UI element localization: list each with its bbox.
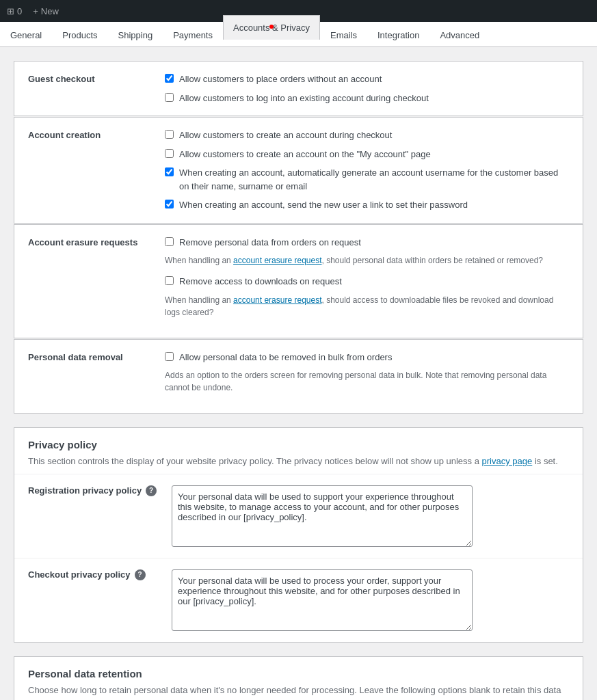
checkout-privacy-help-icon[interactable]: ? [135,569,146,580]
tab-indicator [269,25,274,29]
checkout-privacy-row: Checkout privacy policy ? Your personal … [14,558,583,642]
registration-privacy-row: Registration privacy policy ? Your perso… [14,474,583,558]
guest-checkout-row: Guest checkout Allow customers to place … [14,62,583,116]
guest-checkout-content: Allow customers to place orders without … [165,72,569,105]
personal-data-removal-help: Adds an option to the orders screen for … [165,369,569,394]
personal-data-removal-section: Personal data removal Allow personal dat… [14,339,583,414]
account-creation-option-4: When creating an account, send the new u… [165,198,569,212]
create-myaccount-checkbox[interactable] [165,149,174,158]
privacy-page-link[interactable]: privacy page [482,456,533,466]
checkout-privacy-label: Checkout privacy policy [28,569,131,580]
personal-data-removal-label: Personal data removal [28,351,151,362]
send-password-label[interactable]: When creating an account, send the new u… [179,198,468,212]
personal-data-retention-section: Personal data retention Choose how long … [14,656,583,701]
new-label: New [41,6,59,16]
account-creation-option-2: Allow customers to create an account on … [165,148,569,161]
privacy-policy-title: Privacy policy [28,439,569,450]
privacy-policy-heading: Privacy policy This section controls the… [14,428,583,474]
account-erasure-link-2[interactable]: account erasure request [233,295,321,305]
tab-advanced[interactable]: Advanced [429,23,490,47]
privacy-policy-description: This section controls the display of you… [28,455,569,468]
tab-integration[interactable]: Integration [367,23,429,47]
remove-downloads-label[interactable]: Remove access to downloads on request [179,275,342,288]
registration-privacy-label-wrap: Registration privacy policy ? [28,485,165,496]
create-myaccount-label[interactable]: Allow customers to create an account on … [179,148,431,161]
send-password-checkbox[interactable] [165,200,174,208]
account-erasure-option-2: Remove access to downloads on request [165,275,569,288]
auto-username-label[interactable]: When creating an account, automatically … [179,166,569,193]
allow-login-label[interactable]: Allow customers to log into an existing … [179,92,429,105]
tab-general[interactable]: General [0,23,52,47]
tab-wrapper-accounts-privacy: Accounts & Privacy [223,22,320,46]
account-creation-section: Account creation Allow customers to crea… [14,117,583,224]
tab-payments[interactable]: Payments [163,23,223,47]
tab-products[interactable]: Products [52,23,107,47]
tab-navigation: General Products Shipping Payments Accou… [0,22,597,47]
tab-shipping[interactable]: Shipping [108,23,163,47]
account-erasure-section: Account erasure requests Remove personal… [14,224,583,338]
main-content: Guest checkout Allow customers to place … [0,47,597,700]
account-erasure-row: Account erasure requests Remove personal… [14,225,583,338]
retention-heading-title: Personal data retention [28,668,569,679]
account-erasure-option-1: Remove personal data from orders on requ… [165,236,569,250]
personal-data-removal-content: Allow personal data to be removed in bul… [165,351,569,403]
account-creation-option-1: Allow customers to create an account dur… [165,129,569,142]
remove-orders-help: When handling an account erasure request… [165,254,569,267]
account-creation-option-3: When creating an account, automatically … [165,166,569,193]
personal-data-retention-heading: Personal data retention Choose how long … [14,657,583,701]
checkout-privacy-label-wrap: Checkout privacy policy ? [28,569,165,580]
privacy-policy-section: Privacy policy This section controls the… [14,427,583,643]
create-checkout-checkbox[interactable] [165,130,174,139]
bulk-remove-checkbox[interactable] [165,352,174,361]
registration-privacy-help-icon[interactable]: ? [146,485,157,496]
allow-login-checkbox[interactable] [165,93,174,102]
wordpress-icon: ⊞ [7,6,14,16]
guest-checkout-option-2: Allow customers to log into an existing … [165,92,569,105]
account-creation-row: Account creation Allow customers to crea… [14,118,583,223]
plus-icon: + [33,6,38,16]
checkout-privacy-textarea[interactable]: Your personal data will be used to proce… [172,569,473,631]
remove-downloads-help: When handling an account erasure request… [165,294,569,319]
auto-username-checkbox[interactable] [165,167,174,176]
admin-bar-count: 0 [17,6,22,16]
remove-downloads-checkbox[interactable] [165,276,174,285]
tab-emails[interactable]: Emails [320,23,367,47]
remove-orders-label[interactable]: Remove personal data from orders on requ… [179,236,361,250]
allow-orders-label[interactable]: Allow customers to place orders without … [179,72,382,86]
allow-orders-checkbox[interactable] [165,74,174,83]
account-creation-content: Allow customers to create an account dur… [165,129,569,212]
account-erasure-content: Remove personal data from orders on requ… [165,236,569,327]
create-checkout-label[interactable]: Allow customers to create an account dur… [179,129,392,142]
remove-orders-checkbox[interactable] [165,237,174,246]
registration-privacy-textarea[interactable]: Your personal data will be used to suppo… [172,485,473,547]
guest-checkout-option-1: Allow customers to place orders without … [165,72,569,86]
guest-checkout-label: Guest checkout [28,72,151,84]
admin-bar-site[interactable]: ⊞ 0 [7,6,22,16]
registration-privacy-label: Registration privacy policy [28,485,142,496]
account-creation-label: Account creation [28,129,151,140]
personal-data-removal-option: Allow personal data to be removed in bul… [165,351,569,364]
retention-heading-description: Choose how long to retain personal data … [28,684,569,701]
account-erasure-link-1[interactable]: account erasure request [233,256,321,265]
guest-checkout-section: Guest checkout Allow customers to place … [14,61,583,116]
bulk-remove-label[interactable]: Allow personal data to be removed in bul… [179,351,392,364]
admin-bar-new[interactable]: + New [33,6,59,16]
account-erasure-label: Account erasure requests [28,236,151,247]
personal-data-removal-row: Personal data removal Allow personal dat… [14,340,583,414]
